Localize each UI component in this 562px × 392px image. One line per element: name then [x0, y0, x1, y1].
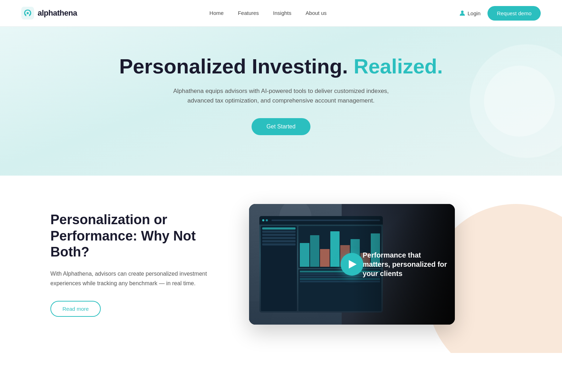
hero-content: Personalized Investing. Realized. Alphat…	[21, 55, 541, 135]
logo[interactable]: alphathena	[21, 7, 77, 20]
hero-title-part1: Personalized Investing.	[119, 55, 348, 78]
svg-point-1	[27, 12, 29, 14]
video-overlay-text: Performance that matters, personalized f…	[363, 250, 448, 278]
features-section: Personalization or Performance: Why Not …	[0, 176, 562, 353]
hero-section: Personalized Investing. Realized. Alphat…	[0, 27, 562, 176]
toolbar-dot-1	[262, 219, 264, 221]
video-area[interactable]: Performance that matters, personalized f…	[249, 204, 455, 325]
nav-right: Login Request demo	[459, 6, 541, 21]
features-heading: Personalization or Performance: Why Not …	[50, 212, 221, 260]
read-more-button[interactable]: Read more	[50, 301, 101, 317]
nav-features[interactable]: Features	[238, 10, 259, 16]
get-started-button[interactable]: Get Started	[252, 118, 310, 135]
nav-about-us[interactable]: About us	[305, 10, 326, 16]
navbar: alphathena Home Features Insights About …	[0, 0, 562, 27]
brand-name: alphathena	[38, 9, 77, 18]
user-icon	[459, 10, 465, 16]
nav-links: Home Features Insights About us	[209, 10, 326, 16]
login-link[interactable]: Login	[459, 10, 481, 16]
play-icon	[349, 260, 357, 269]
logo-icon	[21, 7, 34, 20]
hero-title-accent: Realized.	[354, 55, 443, 78]
toolbar-dot-2	[266, 219, 268, 221]
svg-point-2	[461, 11, 463, 13]
features-text: Personalization or Performance: Why Not …	[50, 212, 221, 317]
video-overlay: Performance that matters, personalized f…	[352, 204, 455, 325]
play-button[interactable]	[341, 253, 363, 276]
nav-home[interactable]: Home	[209, 10, 224, 16]
hero-title: Personalized Investing. Realized.	[21, 55, 541, 78]
laptop-sidebar	[261, 226, 297, 311]
video-mockup: Performance that matters, personalized f…	[249, 204, 455, 325]
features-description: With Alphathena, advisors can create per…	[50, 269, 221, 288]
login-label: Login	[468, 10, 481, 16]
nav-insights[interactable]: Insights	[273, 10, 292, 16]
hero-subtitle: Alphathena equips advisors with AI-power…	[160, 86, 402, 105]
features-inner: Personalization or Performance: Why Not …	[50, 204, 512, 325]
request-demo-button[interactable]: Request demo	[487, 6, 541, 21]
